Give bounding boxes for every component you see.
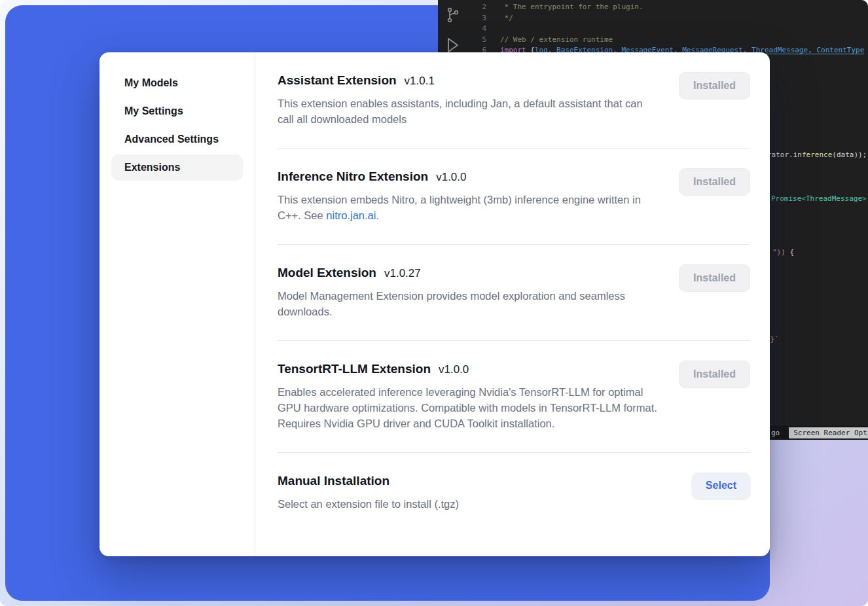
code-line: 5 // Web / extension runtime bbox=[468, 35, 868, 46]
extension-version: v1.0.0 bbox=[436, 171, 466, 184]
extension-description: Model Management Extension provides mode… bbox=[278, 288, 657, 319]
manual-installation-description: Select an extension file to install (.tg… bbox=[278, 496, 459, 512]
extension-row-model: Model Extension v1.0.27 Model Management… bbox=[278, 245, 750, 340]
extension-description: This extension embeds Nitro, a lightweig… bbox=[278, 192, 657, 223]
code-fragment: ")) { bbox=[772, 247, 794, 258]
installed-button[interactable]: Installed bbox=[679, 264, 750, 292]
extension-version: v1.0.1 bbox=[405, 75, 435, 88]
installed-button[interactable]: Installed bbox=[679, 168, 750, 196]
sidebar-item-my-settings[interactable]: My Settings bbox=[111, 98, 243, 124]
status-bar-text: go bbox=[771, 429, 780, 437]
extension-row-tensorrt: TensortRT-LLM Extension v1.0.0 Enables a… bbox=[278, 341, 750, 452]
line-number: 3 bbox=[468, 13, 486, 24]
extension-row-nitro: Inference Nitro Extension v1.0.0 This ex… bbox=[278, 149, 750, 244]
description-text: . bbox=[376, 209, 379, 221]
code-text: */ bbox=[500, 13, 513, 24]
code-line: 4 bbox=[468, 24, 868, 35]
extension-description: This extension enables assistants, inclu… bbox=[278, 96, 657, 127]
code-text: // Web / extension runtime bbox=[500, 35, 613, 46]
extension-row-assistant: Assistant Extension v1.0.1 This extensio… bbox=[278, 52, 750, 148]
extension-name: Inference Nitro Extension bbox=[278, 168, 428, 185]
code-text: * The entrypoint for the plugin. bbox=[500, 2, 643, 13]
line-number: 2 bbox=[468, 2, 486, 13]
settings-sidebar: My Models My Settings Advanced Settings … bbox=[99, 52, 255, 556]
code-token: inference bbox=[793, 151, 833, 159]
desktop-background: 2 * The entrypoint for the plugin. 3 */ … bbox=[0, 0, 868, 606]
sidebar-item-my-models[interactable]: My Models bbox=[111, 70, 243, 96]
manual-installation-title: Manual Installation bbox=[278, 472, 389, 490]
nitro-jan-ai-link[interactable]: nitro.jan.ai bbox=[326, 209, 376, 221]
installed-button[interactable]: Installed bbox=[679, 72, 750, 99]
extension-description: Enables accelerated inference leveraging… bbox=[278, 384, 657, 431]
extension-version: v1.0.27 bbox=[384, 267, 421, 280]
extension-version: v1.0.0 bbox=[439, 363, 469, 376]
extension-name: TensortRT-LLM Extension bbox=[278, 361, 431, 378]
extensions-panel: Assistant Extension v1.0.1 This extensio… bbox=[255, 52, 770, 556]
settings-modal: My Models My Settings Advanced Settings … bbox=[99, 52, 770, 556]
extension-name: Assistant Extension bbox=[278, 72, 397, 89]
installed-button[interactable]: Installed bbox=[679, 361, 750, 388]
select-file-button[interactable]: Select bbox=[692, 472, 750, 499]
code-fragment: Promise<ThreadMessage> bbox=[771, 194, 867, 205]
line-number: 4 bbox=[468, 24, 486, 35]
manual-installation-row: Manual Installation Select an extension … bbox=[278, 453, 750, 533]
code-token: ")) bbox=[772, 248, 786, 257]
code-token: (data)); bbox=[832, 151, 867, 159]
git-branch-icon[interactable] bbox=[444, 5, 461, 25]
code-token: { bbox=[786, 248, 794, 257]
sidebar-item-extensions[interactable]: Extensions bbox=[111, 154, 243, 181]
screen-reader-optimized-chip[interactable]: Screen Reader Optimized bbox=[789, 427, 868, 438]
code-token: rator. bbox=[767, 151, 793, 159]
code-line: 3 */ bbox=[468, 13, 868, 24]
code-fragment: rator.inference(data)); bbox=[767, 150, 867, 161]
extension-name: Model Extension bbox=[278, 264, 376, 281]
code-line: 2 * The entrypoint for the plugin. bbox=[468, 2, 868, 13]
editor-code-area: 2 * The entrypoint for the plugin. 3 */ … bbox=[468, 2, 868, 56]
sidebar-item-advanced-settings[interactable]: Advanced Settings bbox=[111, 126, 243, 152]
line-number: 5 bbox=[468, 35, 486, 46]
